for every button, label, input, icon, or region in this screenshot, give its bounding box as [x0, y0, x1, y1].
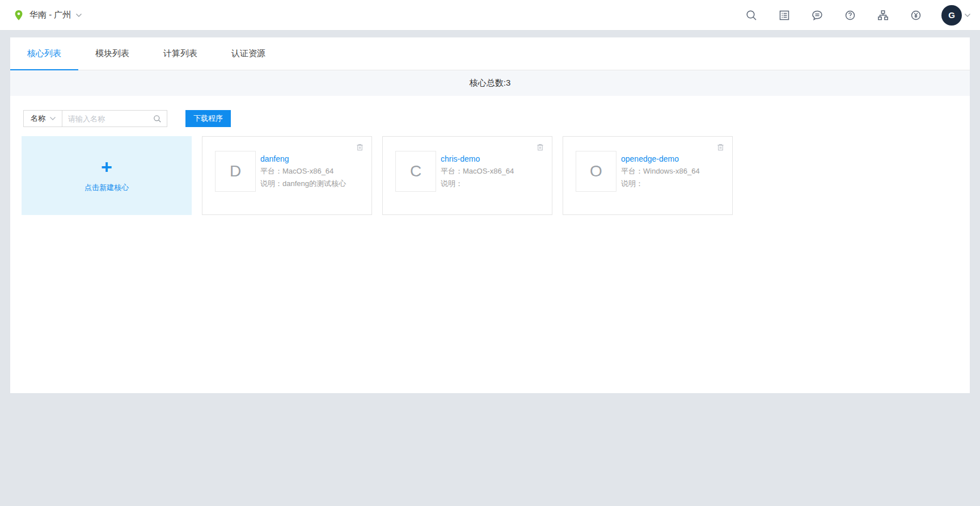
core-info: openedge-demo 平台：Windows-x86_64 说明： — [621, 154, 700, 189]
core-info: danfeng 平台：MacOS-x86_64 说明：danfeng的测试核心 — [260, 154, 346, 189]
core-card[interactable]: C chris-demo 平台：MacOS-x86_64 说明： — [382, 136, 552, 215]
core-initial-tile: D — [215, 151, 256, 192]
region-label: 华南 - 广州 — [29, 10, 71, 20]
location-pin-icon — [14, 10, 24, 21]
tab-auth-resources[interactable]: 认证资源 — [214, 37, 282, 70]
core-info: chris-demo 平台：MacOS-x86_64 说明： — [441, 154, 514, 189]
message-icon[interactable] — [811, 9, 823, 22]
core-name-link[interactable]: danfeng — [260, 154, 346, 164]
avatar[interactable]: G — [941, 5, 962, 26]
sitemap-icon[interactable] — [877, 9, 889, 22]
core-total-text: 核心总数:3 — [470, 78, 511, 88]
core-card[interactable]: D danfeng 平台：MacOS-x86_64 说明：danfeng的测试核… — [202, 136, 372, 215]
core-description: 说明： — [621, 178, 700, 189]
core-initial-tile: O — [576, 151, 616, 192]
search-group: 名称 — [23, 110, 167, 127]
search-field-select[interactable]: 名称 — [24, 111, 62, 126]
core-name-link[interactable]: openedge-demo — [621, 154, 700, 164]
create-core-label: 点击新建核心 — [85, 183, 129, 193]
delete-core-icon[interactable] — [716, 142, 725, 152]
console-list-icon[interactable] — [778, 9, 791, 22]
chevron-down-icon — [49, 116, 56, 121]
help-icon[interactable] — [844, 9, 856, 22]
core-platform: 平台：MacOS-x86_64 — [260, 166, 346, 176]
topbar-actions: G — [725, 5, 971, 26]
chevron-down-icon[interactable] — [964, 13, 971, 18]
tab-compute-list[interactable]: 计算列表 — [146, 37, 214, 70]
search-icon[interactable] — [745, 9, 758, 22]
tab-module-list[interactable]: 模块列表 — [78, 37, 146, 70]
core-name-link[interactable]: chris-demo — [441, 154, 514, 164]
delete-core-icon[interactable] — [355, 142, 365, 152]
tab-core-list[interactable]: 核心列表 — [10, 37, 78, 70]
topbar: 华南 - 广州 — [0, 0, 980, 31]
core-total-banner: 核心总数:3 — [10, 70, 970, 96]
core-card[interactable]: O openedge-demo 平台：Windows-x86_64 说明： — [563, 136, 733, 215]
search-submit-icon[interactable] — [153, 115, 162, 123]
core-description: 说明： — [441, 178, 514, 189]
plus-icon: + — [101, 158, 112, 175]
download-program-button[interactable]: 下载程序 — [185, 110, 231, 127]
tab-bar: 核心列表 模块列表 计算列表 认证资源 — [10, 37, 970, 70]
core-initial-tile: C — [395, 151, 436, 192]
billing-icon[interactable] — [910, 9, 922, 22]
region-selector[interactable]: 华南 - 广州 — [14, 10, 82, 21]
search-field-label: 名称 — [31, 113, 45, 124]
main-panel: 核心列表 模块列表 计算列表 认证资源 核心总数:3 名称 下载程序 + 点击新… — [10, 37, 970, 393]
core-description: 说明：danfeng的测试核心 — [260, 178, 346, 189]
core-cards-row: + 点击新建核心 D danfeng 平台：MacOS-x86_64 说明：da… — [22, 136, 970, 215]
chevron-down-icon — [75, 13, 82, 18]
delete-core-icon[interactable] — [535, 142, 545, 152]
create-core-card[interactable]: + 点击新建核心 — [22, 136, 192, 215]
core-platform: 平台：MacOS-x86_64 — [441, 166, 514, 176]
search-input[interactable] — [62, 111, 153, 126]
core-platform: 平台：Windows-x86_64 — [621, 166, 700, 176]
filter-row: 名称 下载程序 — [23, 110, 970, 127]
